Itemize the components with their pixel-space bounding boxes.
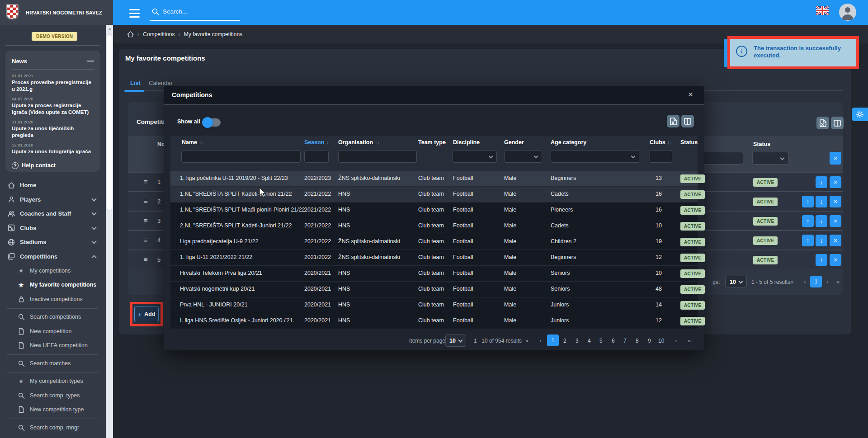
clear-filters-button[interactable]: × <box>830 152 841 165</box>
modal-table-row[interactable]: 1. liga početnika U-11 2019/20 - Split 2… <box>170 171 698 187</box>
discipline-filter-select[interactable] <box>453 150 497 163</box>
drag-handle-icon[interactable]: ≡ <box>144 236 148 244</box>
drag-handle-icon[interactable]: ≡ <box>144 178 148 185</box>
home-icon[interactable] <box>127 31 134 38</box>
age-category-filter-select[interactable] <box>551 150 639 163</box>
modal-column-settings-button[interactable] <box>681 115 694 127</box>
modal-page-4-button[interactable]: 4 <box>588 338 591 344</box>
favorites-next-page-button[interactable]: › <box>826 278 828 285</box>
modal-table-row[interactable]: Hrvatski nogometni kup 20/212020/2021HNS… <box>170 282 698 297</box>
favorites-last-page-button[interactable]: » <box>836 278 840 285</box>
global-search-input[interactable]: Search... <box>163 8 187 15</box>
news-collapse-button[interactable]: — <box>87 57 94 65</box>
sidebar-item-coaches-and-staff[interactable]: Coaches and Staff <box>0 207 106 221</box>
add-button[interactable]: + Add <box>134 306 159 322</box>
sidebar-item-search-matches[interactable]: Search matches <box>0 356 106 371</box>
tab-list[interactable]: List <box>130 80 141 86</box>
sidebar-item-players[interactable]: Players <box>0 193 106 207</box>
down-row-button[interactable]: ↓ <box>816 235 827 246</box>
modal-page-1-button[interactable]: 1 <box>547 334 559 346</box>
modal-page-size-select[interactable]: 10 <box>445 334 466 347</box>
modal-export-excel-button[interactable] <box>667 115 679 127</box>
sidebar-item-search-comp-types[interactable]: Search comp. types <box>0 388 106 403</box>
status-filter-select[interactable] <box>752 152 788 165</box>
sidebar-scrollbar-thumb[interactable] <box>107 34 112 211</box>
settings-gear-button[interactable] <box>852 108 868 121</box>
favorites-page-size-select[interactable]: 10 <box>725 276 747 288</box>
modal-prev-page-button[interactable]: ‹ <box>540 337 542 344</box>
modal-page-5-button[interactable]: 5 <box>599 338 603 344</box>
name-filter-input[interactable] <box>181 150 301 163</box>
sidebar-item-my-favorite-competitions[interactable]: ★My favorite competitions <box>0 278 106 292</box>
organisation-filter-input[interactable] <box>338 150 417 163</box>
up-row-button[interactable]: ↑ <box>802 235 814 246</box>
column-header-clubs[interactable]: Clubs↑↓ <box>650 139 672 146</box>
modal-table-row[interactable]: 1.NL "SREDIŠTA SPLIT Mlađi pioniri-Pioni… <box>170 203 698 218</box>
close-icon[interactable]: × <box>688 89 693 99</box>
gender-filter-select[interactable] <box>504 150 542 163</box>
modal-last-page-button[interactable]: » <box>688 337 691 344</box>
favorites-prev-page-button[interactable]: ‹ <box>804 278 806 285</box>
sidebar-item-inactive-competitions[interactable]: Inactive competitions <box>0 292 106 306</box>
sidebar-item-new-uefa-competition[interactable]: New UEFA competition <box>0 339 106 353</box>
sidebar-item-my-competitions[interactable]: ★My competitions <box>0 264 106 278</box>
modal-table-row[interactable]: I. liga HNS Središte Osijek - Juniori 20… <box>170 313 698 329</box>
up-row-button[interactable]: ↑ <box>802 215 814 227</box>
down-row-button[interactable]: ↓ <box>816 176 827 188</box>
favorites-first-page-button[interactable]: « <box>790 278 793 285</box>
modal-first-page-button[interactable]: « <box>525 337 528 344</box>
modal-page-7-button[interactable]: 7 <box>623 338 627 344</box>
modal-table-row[interactable]: Hrvatski Telekom Prva liga 20/212020/202… <box>170 266 698 282</box>
sidebar-item-competitions[interactable]: Competitions <box>0 250 106 264</box>
modal-page-3-button[interactable]: 3 <box>576 338 579 344</box>
menu-toggle-button[interactable] <box>129 9 140 18</box>
sidebar-item-my-competition-types[interactable]: ★My competition types <box>0 374 106 389</box>
show-all-toggle[interactable] <box>203 118 221 127</box>
favorites-page-1-button[interactable]: 1 <box>810 276 822 287</box>
sidebar-item-home[interactable]: Home <box>0 178 106 193</box>
modal-page-10-button[interactable]: 10 <box>658 338 664 344</box>
sidebar-item-new-competition-type[interactable]: New competition type <box>0 403 106 417</box>
modal-table-row[interactable]: 1. liga U-11 2021/2022 21/222021/2022ŽNS… <box>170 250 698 266</box>
scrollbar-up-arrow[interactable] <box>108 28 112 30</box>
modal-table-row[interactable]: 2.NL "SREDIŠTA SPLIT Kadeti-Juniori 21/2… <box>170 218 698 234</box>
drag-handle-icon[interactable]: ≡ <box>144 255 148 263</box>
news-item[interactable]: 04.07.2020Uputa za proces registracije i… <box>12 96 94 116</box>
modal-page-9-button[interactable]: 9 <box>648 338 651 344</box>
help-contact-link[interactable]: ? Help contact <box>12 162 94 169</box>
remove-row-button[interactable]: × <box>830 176 841 188</box>
clubs-filter-input[interactable] <box>650 150 672 163</box>
sidebar-item-search-comp-mngr[interactable]: Search comp. mngr <box>0 420 106 435</box>
modal-page-8-button[interactable]: 8 <box>636 338 639 344</box>
up-row-button[interactable]: ↑ <box>816 254 827 266</box>
modal-table-row[interactable]: Liga prednatjecatelja U-9 21/222021/2022… <box>170 234 698 250</box>
modal-page-2-button[interactable]: 2 <box>563 338 566 344</box>
down-row-button[interactable]: ↓ <box>816 215 827 227</box>
remove-row-button[interactable]: × <box>830 235 841 246</box>
column-header-season[interactable]: Season↓ <box>304 139 329 146</box>
drag-handle-icon[interactable]: ≡ <box>144 217 148 224</box>
remove-row-button[interactable]: × <box>830 196 841 207</box>
season-filter-input[interactable] <box>304 150 329 163</box>
export-excel-button[interactable] <box>816 117 829 129</box>
breadcrumb-competitions[interactable]: Competitions <box>143 31 175 38</box>
modal-table-row[interactable]: Prva HNL - JUNIORI 20/212020/2021HNSClub… <box>170 297 698 313</box>
modal-next-page-button[interactable]: › <box>675 337 677 344</box>
remove-row-button[interactable]: × <box>830 254 841 266</box>
breadcrumb-my-favorite-competitions[interactable]: My favorite competitions <box>184 31 242 38</box>
drag-handle-icon[interactable]: ≡ <box>144 197 148 205</box>
down-row-button[interactable]: ↓ <box>816 196 827 207</box>
news-item[interactable]: 01.01.2021Proces provedbe preregistracij… <box>12 73 94 93</box>
sidebar-item-new-competition[interactable]: New competition <box>0 324 106 339</box>
sidebar-item-search-competitions[interactable]: Search competitions <box>0 310 106 325</box>
column-header-organisation[interactable]: Organisation↑↓ <box>338 139 380 146</box>
sidebar-item-stadiums[interactable]: Stadiums <box>0 235 106 250</box>
user-avatar[interactable] <box>839 4 856 21</box>
news-item[interactable]: 12.01.2018Uputa za unos fotografija igra… <box>12 142 94 155</box>
column-settings-button[interactable] <box>831 117 844 129</box>
news-item[interactable]: 31.01.2020Upute za unos liječničkih preg… <box>12 119 94 139</box>
tab-calendar[interactable]: Calendar <box>149 80 173 86</box>
language-flag-icon[interactable] <box>816 6 829 17</box>
remove-row-button[interactable]: × <box>830 215 841 227</box>
column-header-name[interactable]: Name↑↓ <box>182 139 204 146</box>
